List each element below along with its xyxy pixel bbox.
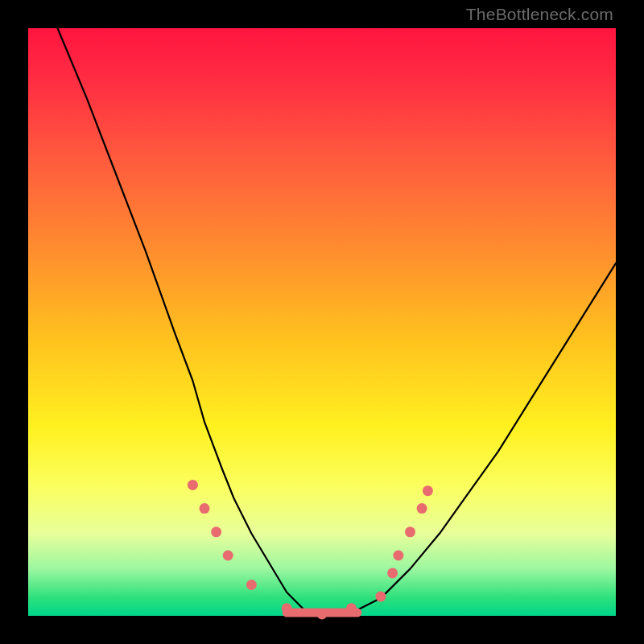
highlight-dot xyxy=(211,526,221,537)
highlight-dot xyxy=(282,603,292,613)
highlight-dot xyxy=(393,551,403,561)
attribution-label: TheBottleneck.com xyxy=(466,5,613,24)
bottleneck-curve xyxy=(58,28,617,616)
highlight-dot xyxy=(423,485,433,496)
highlight-dot xyxy=(346,603,357,613)
highlight-dot xyxy=(405,526,415,537)
curve-overlay xyxy=(28,28,616,616)
highlight-dot xyxy=(223,551,233,561)
highlight-dots-group xyxy=(188,480,433,620)
highlight-dot xyxy=(376,592,386,602)
highlight-dot xyxy=(317,609,328,620)
highlight-dot xyxy=(417,503,427,514)
highlight-dot xyxy=(188,480,198,490)
highlight-dot xyxy=(387,568,398,578)
highlight-dot xyxy=(246,580,257,590)
highlight-dot xyxy=(200,503,210,514)
chart-frame: TheBottleneck.com xyxy=(0,0,644,644)
plot-area xyxy=(28,28,616,616)
